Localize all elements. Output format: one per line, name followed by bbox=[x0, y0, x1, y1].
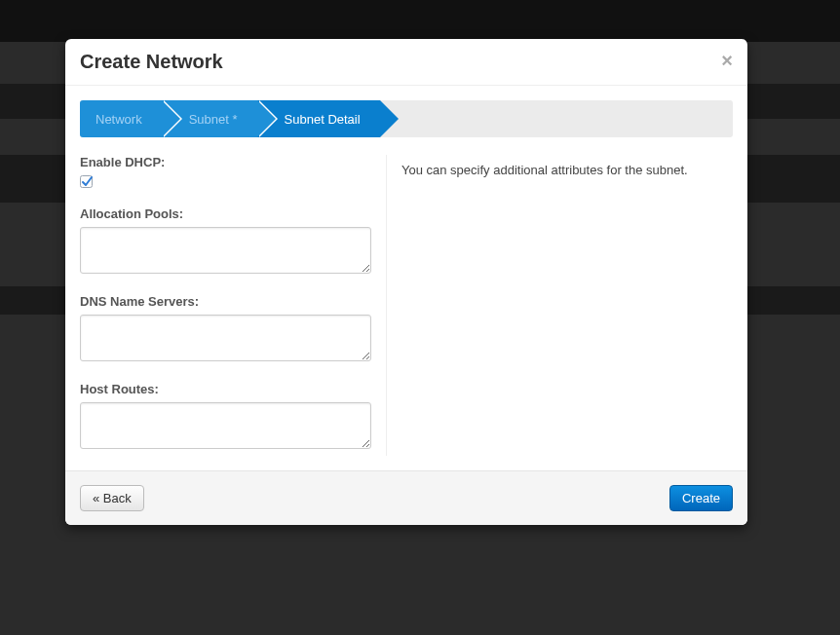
dialog-footer: « Back Create bbox=[65, 470, 747, 525]
allocation-pools-label: Allocation Pools: bbox=[80, 206, 371, 221]
dns-name-servers-input[interactable] bbox=[80, 315, 371, 361]
help-text: You can specify additional attributes fo… bbox=[401, 163, 733, 177]
dialog-body: Network Subnet * Subnet Detail Enable DH… bbox=[65, 86, 747, 470]
field-allocation-pools: Allocation Pools: bbox=[80, 206, 371, 277]
wizard-step-label: Subnet * bbox=[189, 112, 238, 127]
create-button[interactable]: Create bbox=[669, 485, 733, 511]
wizard-step-label: Network bbox=[95, 112, 142, 127]
host-routes-input[interactable] bbox=[80, 402, 371, 449]
help-panel: You can specify additional attributes fo… bbox=[387, 155, 733, 456]
host-routes-label: Host Routes: bbox=[80, 382, 371, 396]
wizard-steps: Network Subnet * Subnet Detail bbox=[80, 100, 733, 137]
create-network-dialog: Create Network × Network Subnet * Subnet… bbox=[65, 39, 747, 525]
dns-name-servers-label: DNS Name Servers: bbox=[80, 294, 371, 309]
allocation-pools-input[interactable] bbox=[80, 227, 371, 274]
back-button[interactable]: « Back bbox=[80, 485, 144, 511]
dialog-header: Create Network × bbox=[65, 39, 747, 86]
field-enable-dhcp: Enable DHCP: bbox=[80, 155, 371, 189]
field-dns-name-servers: DNS Name Servers: bbox=[80, 294, 371, 364]
form-panel: Enable DHCP: Allocation Pools: DNS Name … bbox=[80, 155, 387, 456]
close-icon[interactable]: × bbox=[721, 51, 733, 70]
dialog-title: Create Network bbox=[80, 51, 733, 73]
field-host-routes: Host Routes: bbox=[80, 382, 371, 452]
wizard-step-label: Subnet Detail bbox=[285, 112, 361, 127]
enable-dhcp-label: Enable DHCP: bbox=[80, 155, 371, 169]
enable-dhcp-checkbox[interactable] bbox=[80, 175, 371, 189]
wizard-step-network[interactable]: Network bbox=[80, 100, 162, 137]
background-navbar bbox=[0, 0, 840, 42]
